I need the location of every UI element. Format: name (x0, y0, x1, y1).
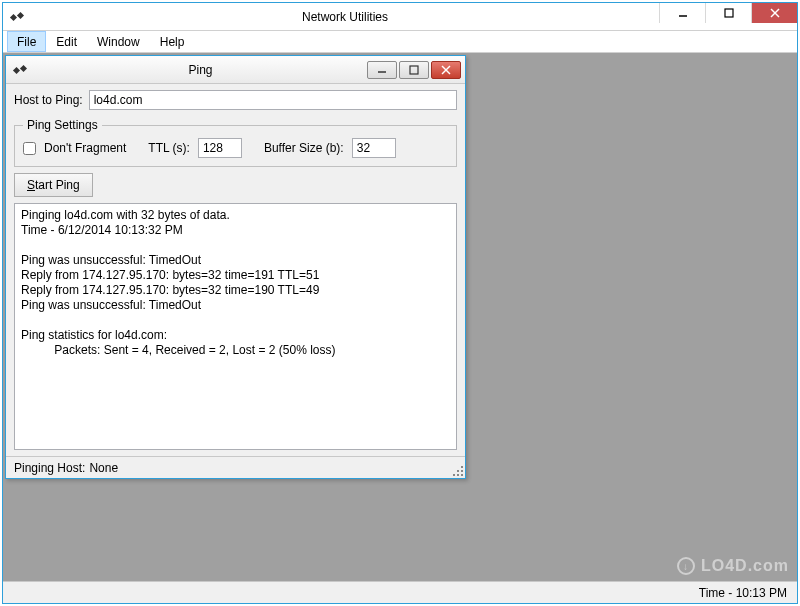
ping-settings-group: Ping Settings Don't Fragment TTL (s): Bu… (14, 118, 457, 167)
maximize-icon (724, 8, 734, 18)
host-input[interactable] (89, 90, 457, 110)
watermark-icon: ↓ (677, 557, 695, 575)
menu-help[interactable]: Help (150, 31, 195, 52)
maximize-button[interactable] (705, 3, 751, 23)
ping-status-label: Pinging Host: (14, 461, 85, 475)
action-row: Start Ping (14, 173, 457, 197)
close-icon (770, 8, 780, 18)
minimize-button[interactable] (659, 3, 705, 23)
ping-body: Host to Ping: Ping Settings Don't Fragme… (6, 84, 465, 456)
ttl-label: TTL (s): (148, 141, 190, 155)
ping-window-title: Ping (34, 63, 367, 77)
ttl-input[interactable] (198, 138, 242, 158)
menu-edit[interactable]: Edit (46, 31, 87, 52)
ping-close-button[interactable] (431, 61, 461, 79)
main-titlebar: Network Utilities (3, 3, 797, 31)
main-statusbar: Time - 10:13 PM (3, 581, 797, 603)
maximize-icon (408, 65, 420, 75)
ping-status-value: None (89, 461, 118, 475)
resize-grip-icon[interactable] (451, 464, 463, 476)
minimize-icon (376, 65, 388, 75)
mdi-client-area: Ping Host to Ping: (3, 53, 797, 581)
ping-settings-legend: Ping Settings (23, 118, 102, 132)
ping-maximize-button[interactable] (399, 61, 429, 79)
settings-row: Don't Fragment TTL (s): Buffer Size (b): (23, 138, 448, 158)
status-time: Time - 10:13 PM (699, 586, 787, 600)
host-row: Host to Ping: (14, 90, 457, 110)
dont-fragment-checkbox[interactable] (23, 142, 36, 155)
watermark: ↓ LO4D.com (677, 557, 789, 575)
minimize-icon (678, 8, 688, 18)
host-label: Host to Ping: (14, 93, 83, 107)
buffer-size-input[interactable] (352, 138, 396, 158)
start-ping-label-rest: tart Ping (35, 178, 80, 192)
svg-rect-1 (725, 9, 733, 17)
ping-statusbar: Pinging Host: None (6, 456, 465, 478)
start-ping-button[interactable]: Start Ping (14, 173, 93, 197)
app-icon (9, 9, 25, 25)
main-window: Network Utilities File Edit Window Help … (2, 2, 798, 604)
ping-window: Ping Host to Ping: (5, 55, 466, 479)
ping-output[interactable]: Pinging lo4d.com with 32 bytes of data. … (14, 203, 457, 450)
start-ping-accel: S (27, 178, 35, 192)
menubar: File Edit Window Help (3, 31, 797, 53)
close-icon (440, 65, 452, 75)
menu-window[interactable]: Window (87, 31, 150, 52)
app-title: Network Utilities (31, 10, 659, 24)
ping-window-controls (367, 61, 461, 79)
window-controls (659, 3, 797, 30)
ping-titlebar[interactable]: Ping (6, 56, 465, 84)
svg-rect-5 (410, 66, 418, 74)
ping-minimize-button[interactable] (367, 61, 397, 79)
dont-fragment-label: Don't Fragment (44, 141, 126, 155)
buffer-size-label: Buffer Size (b): (264, 141, 344, 155)
menu-file[interactable]: File (7, 31, 46, 52)
close-button[interactable] (751, 3, 797, 23)
watermark-text: LO4D.com (701, 557, 789, 575)
ping-window-icon (12, 62, 28, 78)
